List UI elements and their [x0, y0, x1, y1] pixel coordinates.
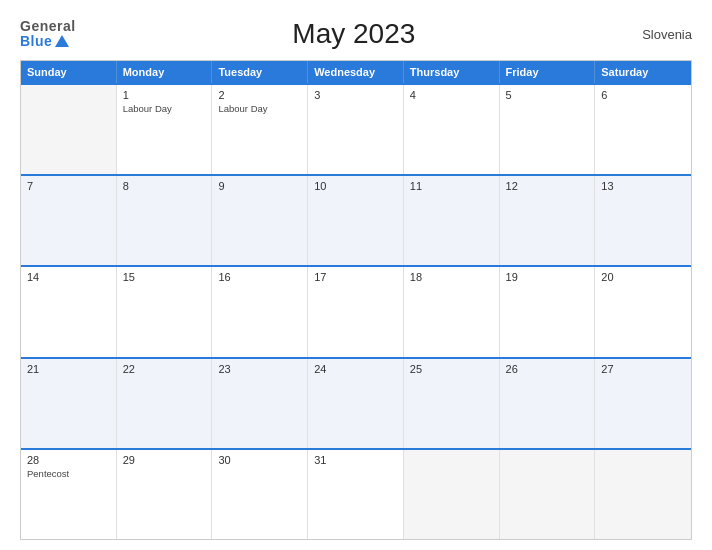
- day-number: 3: [314, 89, 397, 101]
- cell-w0-d3: 3: [308, 85, 404, 174]
- col-friday: Friday: [500, 61, 596, 83]
- week-row-0: 1Labour Day2Labour Day3456: [21, 83, 691, 174]
- cell-w1-d5: 12: [500, 176, 596, 265]
- cell-w4-d0: 28Pentecost: [21, 450, 117, 539]
- cell-w1-d0: 7: [21, 176, 117, 265]
- cell-w0-d0: [21, 85, 117, 174]
- page: General Blue May 2023 Slovenia Sunday Mo…: [0, 0, 712, 550]
- cell-w1-d3: 10: [308, 176, 404, 265]
- header: General Blue May 2023 Slovenia: [20, 18, 692, 50]
- cell-w3-d0: 21: [21, 359, 117, 448]
- day-number: 7: [27, 180, 110, 192]
- calendar-body: 1Labour Day2Labour Day345678910111213141…: [21, 83, 691, 539]
- holiday-label: Labour Day: [123, 103, 206, 114]
- day-number: 10: [314, 180, 397, 192]
- col-sunday: Sunday: [21, 61, 117, 83]
- cell-w0-d6: 6: [595, 85, 691, 174]
- day-number: 12: [506, 180, 589, 192]
- cell-w2-d5: 19: [500, 267, 596, 356]
- cell-w3-d5: 26: [500, 359, 596, 448]
- col-saturday: Saturday: [595, 61, 691, 83]
- day-number: 9: [218, 180, 301, 192]
- day-number: 29: [123, 454, 206, 466]
- cell-w3-d6: 27: [595, 359, 691, 448]
- calendar: Sunday Monday Tuesday Wednesday Thursday…: [20, 60, 692, 540]
- cell-w2-d2: 16: [212, 267, 308, 356]
- day-number: 2: [218, 89, 301, 101]
- day-number: 27: [601, 363, 685, 375]
- cell-w4-d1: 29: [117, 450, 213, 539]
- cell-w4-d2: 30: [212, 450, 308, 539]
- day-number: 28: [27, 454, 110, 466]
- week-row-4: 28Pentecost293031: [21, 448, 691, 539]
- cell-w0-d1: 1Labour Day: [117, 85, 213, 174]
- cell-w3-d4: 25: [404, 359, 500, 448]
- week-row-1: 78910111213: [21, 174, 691, 265]
- country-label: Slovenia: [632, 27, 692, 42]
- cell-w4-d5: [500, 450, 596, 539]
- cell-w2-d3: 17: [308, 267, 404, 356]
- holiday-label: Labour Day: [218, 103, 301, 114]
- cell-w1-d6: 13: [595, 176, 691, 265]
- day-number: 4: [410, 89, 493, 101]
- day-number: 16: [218, 271, 301, 283]
- cell-w4-d3: 31: [308, 450, 404, 539]
- cell-w3-d2: 23: [212, 359, 308, 448]
- holiday-label: Pentecost: [27, 468, 110, 479]
- cell-w4-d4: [404, 450, 500, 539]
- col-tuesday: Tuesday: [212, 61, 308, 83]
- week-row-2: 14151617181920: [21, 265, 691, 356]
- week-row-3: 21222324252627: [21, 357, 691, 448]
- day-number: 18: [410, 271, 493, 283]
- cell-w0-d4: 4: [404, 85, 500, 174]
- day-number: 15: [123, 271, 206, 283]
- day-number: 6: [601, 89, 685, 101]
- cell-w3-d3: 24: [308, 359, 404, 448]
- logo: General Blue: [20, 19, 76, 50]
- cell-w2-d4: 18: [404, 267, 500, 356]
- cell-w2-d6: 20: [595, 267, 691, 356]
- cell-w4-d6: [595, 450, 691, 539]
- day-number: 14: [27, 271, 110, 283]
- day-number: 17: [314, 271, 397, 283]
- col-monday: Monday: [117, 61, 213, 83]
- day-number: 22: [123, 363, 206, 375]
- day-number: 31: [314, 454, 397, 466]
- day-number: 20: [601, 271, 685, 283]
- cell-w3-d1: 22: [117, 359, 213, 448]
- day-number: 11: [410, 180, 493, 192]
- day-number: 23: [218, 363, 301, 375]
- month-title: May 2023: [76, 18, 632, 50]
- day-number: 5: [506, 89, 589, 101]
- cell-w2-d0: 14: [21, 267, 117, 356]
- day-number: 24: [314, 363, 397, 375]
- day-number: 21: [27, 363, 110, 375]
- cell-w1-d2: 9: [212, 176, 308, 265]
- calendar-header-row: Sunday Monday Tuesday Wednesday Thursday…: [21, 61, 691, 83]
- day-number: 8: [123, 180, 206, 192]
- logo-triangle-icon: [55, 35, 69, 47]
- logo-general-text: General: [20, 19, 76, 34]
- cell-w0-d2: 2Labour Day: [212, 85, 308, 174]
- cell-w2-d1: 15: [117, 267, 213, 356]
- day-number: 13: [601, 180, 685, 192]
- day-number: 30: [218, 454, 301, 466]
- day-number: 1: [123, 89, 206, 101]
- col-thursday: Thursday: [404, 61, 500, 83]
- day-number: 26: [506, 363, 589, 375]
- cell-w1-d4: 11: [404, 176, 500, 265]
- logo-blue-text: Blue: [20, 34, 69, 49]
- day-number: 19: [506, 271, 589, 283]
- col-wednesday: Wednesday: [308, 61, 404, 83]
- cell-w0-d5: 5: [500, 85, 596, 174]
- day-number: 25: [410, 363, 493, 375]
- cell-w1-d1: 8: [117, 176, 213, 265]
